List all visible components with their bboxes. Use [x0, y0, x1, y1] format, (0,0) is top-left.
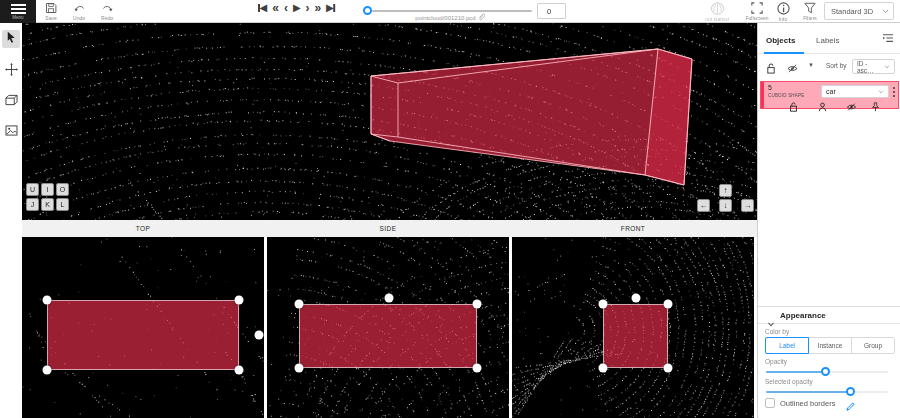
info-button[interactable]: Info — [771, 2, 795, 22]
collapse-sidebar-icon[interactable] — [882, 29, 894, 47]
resize-handle[interactable] — [473, 300, 482, 309]
color-by-option-group[interactable]: Group — [851, 337, 895, 354]
info-icon — [777, 2, 790, 15]
move-tool-button[interactable] — [2, 62, 20, 80]
previous-frame-button[interactable]: ‹ — [284, 1, 288, 15]
resize-handle[interactable] — [235, 296, 244, 305]
selected-opacity-slider[interactable] — [766, 387, 888, 397]
draw-cuboid-tool-button[interactable] — [2, 92, 20, 110]
frame-seek-handle[interactable] — [363, 6, 372, 15]
resize-handle[interactable] — [43, 296, 52, 305]
first-frame-button[interactable]: ◀ — [258, 1, 267, 15]
key-hint-o[interactable]: O — [56, 183, 69, 196]
key-hint-u[interactable]: U — [26, 183, 39, 196]
tab-objects[interactable]: Objects — [766, 36, 795, 45]
object-id: 5 — [768, 84, 772, 91]
fullscreen-label: Fullscreen — [745, 15, 768, 21]
opacity-label: Opacity — [765, 358, 787, 365]
resize-handle[interactable] — [664, 364, 673, 373]
edit-outline-color-pencil-icon[interactable] — [846, 397, 855, 415]
color-by-option-label[interactable]: Label — [765, 337, 809, 354]
undo-label: Undo — [73, 15, 85, 21]
resize-handle[interactable] — [235, 366, 244, 375]
tab-labels[interactable]: Labels — [816, 36, 840, 45]
selected-opacity-slider-fill — [766, 391, 850, 393]
ai-tools-button[interactable]: not started — [703, 2, 731, 22]
backward-fast-button[interactable]: « — [272, 1, 279, 15]
redo-button[interactable]: Redo — [94, 2, 120, 21]
last-frame-button[interactable]: ◀ — [326, 1, 335, 15]
sort-select[interactable]: ID - asc… — [852, 59, 895, 74]
top-ortho-view[interactable] — [22, 237, 264, 418]
opacity-slider[interactable] — [766, 367, 888, 377]
play-button[interactable]: ▶ — [293, 1, 301, 15]
ortho-view-labels: TOP SIDE FRONT — [22, 220, 757, 237]
cursor-tool-button[interactable] — [2, 30, 20, 48]
image-tool-button[interactable] — [2, 122, 20, 140]
undo-button[interactable]: Undo — [66, 2, 92, 21]
arrow-down-button[interactable]: ↓ — [719, 199, 732, 212]
save-button[interactable]: Save — [38, 2, 64, 21]
paperclip-icon[interactable] — [478, 13, 485, 22]
rotate-handle[interactable] — [385, 294, 394, 303]
filters-button[interactable]: Filters — [797, 2, 823, 21]
hide-object-icon[interactable] — [846, 98, 857, 116]
cuboid-icon — [5, 92, 18, 110]
menu-label: Menu — [12, 15, 23, 20]
occluded-object-icon[interactable] — [818, 98, 827, 116]
main-3d-view[interactable]: U I O J K L ↑ ← ↓ → — [22, 23, 757, 220]
resize-handle[interactable] — [599, 300, 608, 309]
sort-by-label: Sort by — [826, 62, 847, 69]
expand-all-caret-icon[interactable]: ▼ — [808, 62, 814, 68]
object-label-select[interactable]: car — [821, 85, 889, 98]
frame-filename: pointcloud/001210.pcd — [380, 13, 520, 22]
main-menu-button[interactable]: Menu — [0, 0, 36, 23]
resize-handle[interactable] — [295, 300, 304, 309]
selected-opacity-slider-handle[interactable] — [846, 387, 855, 396]
rotate-handle[interactable] — [632, 294, 641, 303]
resize-handle[interactable] — [599, 364, 608, 373]
resize-handle[interactable] — [664, 300, 673, 309]
outlined-borders-checkbox[interactable] — [765, 398, 775, 408]
rotate-handle[interactable] — [255, 331, 264, 340]
object-label-value: car — [826, 88, 836, 95]
fullscreen-icon — [751, 2, 763, 14]
arrow-right-button[interactable]: → — [741, 199, 754, 212]
key-hint-l[interactable]: L — [56, 198, 69, 211]
key-hint-k[interactable]: K — [41, 198, 54, 211]
frame-seek-slider[interactable] — [372, 10, 532, 12]
arrow-left-button[interactable]: ← — [697, 199, 710, 212]
key-hint-j[interactable]: J — [26, 198, 39, 211]
fullscreen-button[interactable]: Fullscreen — [743, 2, 771, 21]
side-ortho-view[interactable] — [267, 237, 509, 418]
resize-handle[interactable] — [295, 364, 304, 373]
cuboid-front-projection[interactable] — [603, 304, 668, 368]
opacity-slider-fill — [766, 371, 825, 373]
object-actions-menu-icon[interactable] — [893, 87, 895, 97]
front-ortho-view[interactable] — [512, 237, 754, 418]
cuboid-top-projection[interactable] — [47, 300, 239, 370]
pin-object-icon[interactable] — [871, 98, 880, 116]
cuboid-side-projection[interactable] — [299, 304, 477, 368]
arrow-up-button[interactable]: ↑ — [719, 184, 732, 197]
undo-icon — [73, 2, 86, 14]
workspace-select[interactable]: Standard 3D — [824, 2, 894, 20]
resize-handle[interactable] — [473, 364, 482, 373]
filename-text: pointcloud/001210.pcd — [415, 15, 475, 21]
frame-number-input[interactable] — [537, 3, 566, 19]
brain-icon — [710, 2, 725, 15]
key-hint-i[interactable]: I — [41, 183, 54, 196]
object-item-car[interactable]: 5 CUBOID SHAPE car — [760, 81, 899, 109]
cuboid-annotation-3d[interactable] — [22, 23, 757, 220]
selected-opacity-label: Selected opacity — [765, 378, 813, 385]
lock-all-icon[interactable] — [766, 60, 776, 78]
appearance-header[interactable]: Appearance — [758, 307, 900, 324]
chevron-down-icon — [878, 88, 884, 95]
color-by-option-instance[interactable]: Instance — [808, 337, 852, 354]
hide-all-icon[interactable] — [787, 60, 798, 78]
lock-object-icon[interactable] — [789, 98, 798, 116]
resize-handle[interactable] — [43, 366, 52, 375]
forward-fast-button[interactable]: » — [315, 1, 322, 15]
next-frame-button[interactable]: › — [306, 1, 310, 15]
opacity-slider-handle[interactable] — [821, 367, 830, 376]
